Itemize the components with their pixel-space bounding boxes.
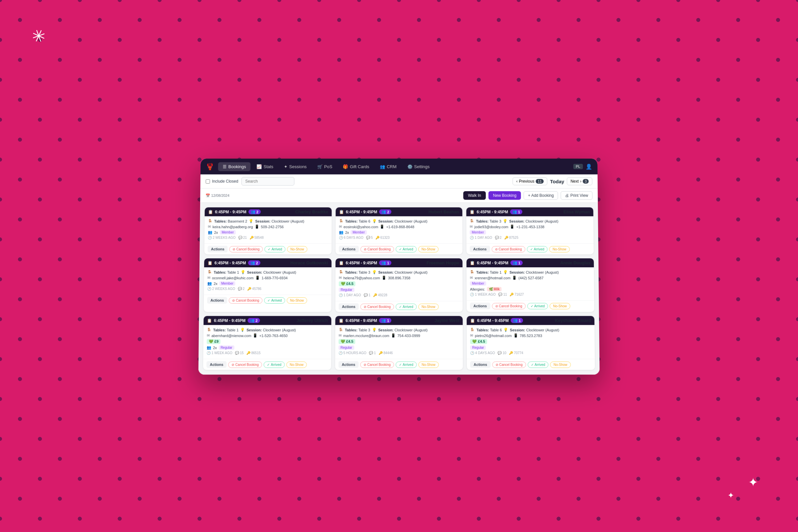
nav-bookings[interactable]: ☰ Bookings: [218, 162, 251, 171]
actions-button[interactable]: Actions: [208, 246, 227, 252]
actions-button[interactable]: Actions: [339, 246, 359, 252]
noshow-button[interactable]: No-Show: [287, 297, 307, 304]
guest-name: Hubert Beahan: [429, 209, 459, 214]
card-header: 📋 6:45PM - 9:45PM 👥1 Freeman Hoppe: [336, 258, 463, 267]
add-booking-button[interactable]: + Add Booking: [524, 191, 558, 200]
stat-id: 🔑 87525: [504, 236, 518, 240]
arrived-button[interactable]: ✓ Arrived: [264, 361, 285, 368]
tables-label: Tables: Table 6: [345, 219, 370, 223]
actions-button[interactable]: Actions: [207, 361, 227, 368]
noshow-button[interactable]: No-Show: [550, 303, 570, 309]
new-booking-button[interactable]: New Booking: [489, 191, 521, 200]
check-icon: ✓: [267, 363, 270, 366]
cancel-booking-button[interactable]: ⊘ Cancel Booking: [360, 361, 394, 368]
guest-badge: 👥1: [511, 318, 523, 323]
guests-icon: 👥: [208, 230, 212, 234]
regular-tag: Regular: [218, 345, 234, 350]
include-closed-checkbox[interactable]: [206, 179, 210, 184]
cancel-booking-button[interactable]: ⊘ Cancel Booking: [360, 246, 394, 252]
noshow-button[interactable]: No-Show: [418, 361, 439, 368]
nav-pos[interactable]: 🛒 PoS: [312, 162, 337, 171]
arrived-button[interactable]: ✓ Arrived: [396, 361, 417, 368]
guests-count: 2x: [214, 230, 218, 234]
arrived-button[interactable]: ✓ Arrived: [528, 361, 549, 368]
date-nav: ‹ Previous 11 Today Next › 3: [513, 177, 592, 185]
actions-button[interactable]: Actions: [470, 361, 491, 368]
nav-sessions[interactable]: ✦ Sessions: [279, 162, 311, 171]
calendar-icon: 📋: [208, 209, 213, 214]
phone-value: (442) 527-6587: [518, 276, 543, 280]
nav-giftcards[interactable]: 🎁 Gift Cards: [338, 162, 374, 171]
cancel-booking-button[interactable]: ⊘ Cancel Booking: [360, 304, 394, 310]
person-icon: 👥: [381, 318, 386, 323]
noshow-button[interactable]: No-Show: [549, 246, 570, 252]
time-ago: 🕐 5 HOURS AGO: [339, 351, 366, 355]
user-icon[interactable]: 👤: [586, 163, 592, 170]
cancel-icon: ⊘: [233, 247, 235, 251]
cancel-icon: ⊘: [495, 363, 498, 366]
time-slot: 6:45PM - 9:45PM: [215, 209, 247, 214]
booking-card: 📋 6:45PM - 9:45PM 👥1 Keyshawn Emard 🪑 Ta…: [467, 316, 595, 370]
amount-badge: 💚 £4.5: [339, 339, 356, 344]
guest-badge: 👥2: [248, 209, 261, 214]
arrived-button[interactable]: ✓ Arrived: [527, 303, 548, 309]
nav-settings[interactable]: ⚙️ Settings: [403, 162, 435, 171]
booking-card: 📋 6:45PM - 9:45PM 👥2 Hubert Beahan 🪑 Tab…: [336, 208, 462, 254]
noshow-button[interactable]: No-Show: [550, 361, 571, 368]
noshow-button[interactable]: No-Show: [418, 246, 439, 252]
person-icon: 👥: [250, 318, 254, 323]
arrived-button[interactable]: ✓ Arrived: [396, 304, 417, 310]
person-icon: 👥: [512, 210, 517, 214]
table-icon: 🪑: [339, 327, 343, 332]
stat-comments: 💬 11: [498, 292, 507, 296]
cancel-booking-button[interactable]: ⊘ Cancel Booking: [492, 361, 526, 368]
regular-tag: Regular: [339, 288, 354, 292]
allergy-label: Allergies:: [470, 287, 485, 291]
arrived-button[interactable]: ✓ Arrived: [527, 246, 548, 252]
actions-button[interactable]: Actions: [470, 303, 491, 309]
include-closed-toggle[interactable]: Include Closed: [206, 179, 239, 184]
card-header: 📋 6:45PM - 9:45PM 👥2 Charley Bradtke: [205, 208, 332, 216]
amount-badge: 💚 £4.5: [470, 339, 487, 344]
actions-button[interactable]: Actions: [339, 361, 359, 368]
cancel-booking-button[interactable]: ⊘ Cancel Booking: [492, 303, 525, 309]
noshow-button[interactable]: No-Show: [286, 361, 307, 368]
amount-badge: 💚 £4.5: [339, 281, 356, 286]
person-icon: 👥: [250, 261, 255, 265]
actions-button[interactable]: Actions: [470, 246, 490, 252]
cancel-icon: ⊘: [364, 247, 366, 251]
next-button[interactable]: Next › 3: [567, 177, 592, 185]
calendar-icon: 📋: [339, 209, 344, 214]
nav-stats[interactable]: 📈 Stats: [252, 162, 278, 171]
arrived-button[interactable]: ✓ Arrived: [264, 297, 285, 304]
session-icon: 💡: [372, 219, 377, 223]
time-ago: 🕐 6 DAYS AGO: [339, 236, 363, 240]
arrived-button[interactable]: ✓ Arrived: [396, 246, 417, 252]
giftcard-icon: 🎁: [343, 164, 348, 169]
cancel-booking-button[interactable]: ⊘ Cancel Booking: [229, 297, 262, 304]
prev-button[interactable]: ‹ Previous 11: [513, 177, 548, 185]
stat-id: 🔑 61323: [375, 236, 390, 240]
arrived-button[interactable]: ✓ Arrived: [265, 246, 286, 252]
cancel-booking-button[interactable]: ⊘ Cancel Booking: [228, 361, 262, 368]
print-view-button[interactable]: 🖨 Print View: [560, 191, 592, 200]
guest-badge: 👥1: [379, 318, 391, 323]
noshow-button[interactable]: No-Show: [418, 304, 439, 310]
search-input[interactable]: [241, 177, 294, 186]
time-ago: 🕐 4 DAYS AGO: [470, 351, 495, 355]
actions-button[interactable]: Actions: [339, 303, 359, 310]
cancel-icon: ⊘: [232, 363, 234, 366]
actions-button[interactable]: Actions: [207, 297, 227, 304]
phone-value: +1-619-868-8648: [386, 225, 414, 229]
walk-in-button[interactable]: Walk In: [463, 191, 486, 200]
cancel-booking-button[interactable]: ⊘ Cancel Booking: [491, 246, 525, 252]
cancel-booking-button[interactable]: ⊘ Cancel Booking: [229, 246, 263, 252]
guest-badge: 👥2: [247, 318, 260, 323]
guest-badge: 👥1: [379, 260, 391, 265]
card-body: 🪑 Tables: Table 6 💡 Session: Clocktower …: [336, 216, 462, 243]
nav-crm[interactable]: 👥 CRM: [375, 162, 401, 171]
noshow-button[interactable]: No-Show: [287, 246, 307, 252]
guests-icon: 👥: [339, 230, 343, 234]
stat-comments: 💬 5: [366, 236, 373, 240]
time-ago: 🕐 1 DAY AGO: [470, 236, 492, 240]
